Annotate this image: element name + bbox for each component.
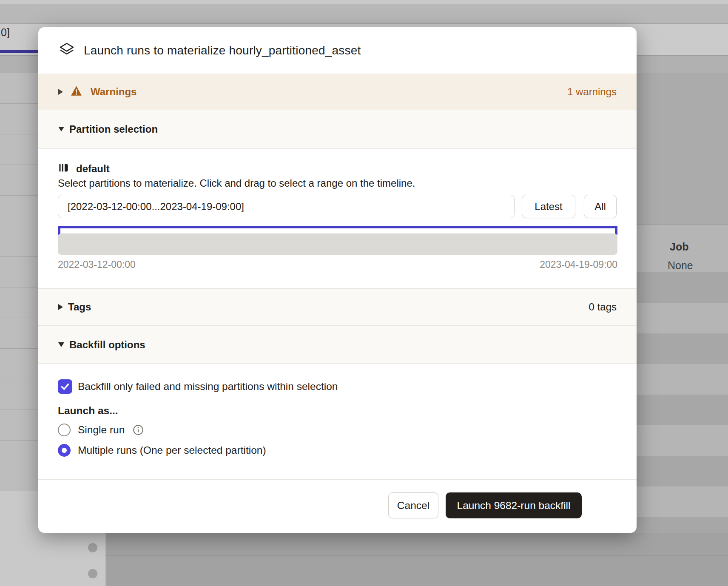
tags-section-header[interactable]: Tags 0 tags — [38, 288, 637, 326]
caret-down-icon — [58, 342, 64, 347]
partition-help-text: Select partitions to materialize. Click … — [58, 177, 415, 189]
timeline-date-labels: 2022-03-12-00:00 2023-04-19-09:00 — [58, 259, 617, 270]
asset-stack-icon — [58, 41, 75, 60]
radio-selected-icon — [58, 444, 71, 457]
background-table-rows-right — [637, 272, 728, 533]
screen: 0] Job None Launch runs to materialize h… — [0, 0, 728, 586]
backfill-only-failed-label: Backfill only failed and missing partiti… — [78, 381, 338, 393]
partition-selection-section-header[interactable]: Partition selection — [38, 110, 637, 149]
warning-triangle-icon — [71, 85, 82, 98]
checkmark-icon — [60, 381, 71, 392]
backfill-options-section-header[interactable]: Backfill options — [38, 326, 637, 364]
tags-label: Tags — [68, 301, 91, 313]
warnings-section-header[interactable]: Warnings 1 warnings — [38, 74, 637, 110]
all-button[interactable]: All — [584, 195, 617, 218]
partition-selection-label: Partition selection — [69, 123, 158, 135]
background-status-dot — [88, 569, 97, 578]
warnings-count: 1 warnings — [567, 86, 617, 98]
background-job-column-header: Job — [670, 241, 688, 253]
info-circle-icon[interactable] — [133, 424, 144, 435]
multiple-runs-label: Multiple runs (One per selected partitio… — [78, 444, 266, 456]
partition-dimension-name: default — [76, 163, 110, 175]
radio-unselected-icon — [58, 424, 71, 436]
range-start-label: 2022-03-12-00:00 — [58, 259, 136, 270]
backfill-only-failed-row: Backfill only failed and missing partiti… — [58, 379, 338, 394]
single-run-label: Single run — [78, 424, 125, 436]
background-row-line — [105, 555, 728, 556]
caret-down-icon — [58, 127, 64, 131]
backfill-only-failed-checkbox[interactable] — [58, 379, 72, 394]
background-toolbar-band — [0, 4, 728, 24]
launch-backfill-button[interactable]: Launch 9682-run backfill — [446, 492, 582, 518]
background-clipped-text: 0] — [1, 26, 10, 39]
backfill-options-label: Backfill options — [69, 339, 145, 351]
launch-backfill-dialog: Launch runs to materialize hourly_partit… — [38, 27, 637, 533]
warnings-label: Warnings — [91, 86, 136, 98]
dialog-title: Launch runs to materialize hourly_partit… — [84, 44, 361, 57]
partition-range-input[interactable] — [58, 195, 515, 218]
cancel-button[interactable]: Cancel — [388, 492, 438, 518]
partition-bars-icon — [58, 162, 69, 175]
radio-multiple-runs[interactable]: Multiple runs (One per selected partitio… — [58, 444, 266, 457]
launch-as-label: Launch as... — [58, 405, 118, 417]
background-job-column-value: None — [668, 259, 693, 272]
dialog-title-row: Launch runs to materialize hourly_partit… — [38, 27, 637, 74]
cancel-button-label: Cancel — [397, 500, 429, 512]
background-top-band — [0, 0, 728, 4]
selected-range-indicator — [58, 226, 617, 228]
latest-button-label: Latest — [535, 201, 562, 213]
background-input-underline — [0, 50, 38, 53]
radio-single-run[interactable]: Single run — [58, 424, 144, 436]
all-button-label: All — [594, 201, 606, 213]
launch-backfill-button-label: Launch 9682-run backfill — [457, 500, 571, 512]
background-status-dot — [88, 543, 97, 552]
footer-divider — [38, 479, 637, 480]
caret-right-icon — [58, 304, 63, 310]
background-bottom-area — [0, 533, 728, 586]
partition-dimension-row: default — [58, 162, 110, 175]
tags-count: 0 tags — [589, 301, 617, 313]
background-table-rows-left — [0, 73, 38, 491]
caret-right-icon — [58, 89, 63, 95]
range-end-label: 2023-04-19-09:00 — [540, 259, 617, 270]
latest-button[interactable]: Latest — [522, 195, 575, 218]
partition-timeline[interactable] — [58, 233, 617, 255]
